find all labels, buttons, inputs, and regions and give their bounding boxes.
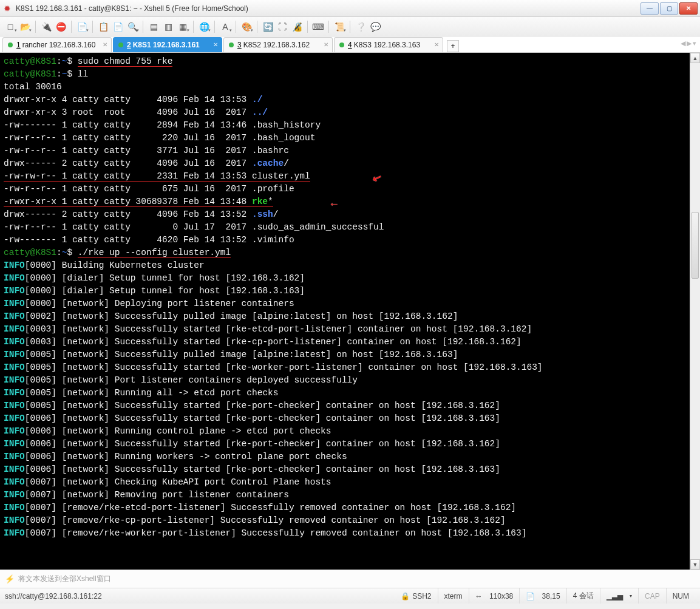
compose-bar: ⚡ 将文本发送到全部Xshell窗口: [0, 570, 700, 588]
status-dot-icon: [339, 43, 344, 47]
scroll-up-button[interactable]: ▲: [690, 53, 700, 63]
lock-button[interactable]: 🔏: [290, 20, 304, 33]
tab-number: 4: [348, 41, 352, 49]
compose-input[interactable]: 将文本发送到全部Xshell窗口: [18, 574, 111, 584]
window-title: K8S1 192.168.3.161 - catty@K8S1: ~ - Xsh…: [16, 4, 641, 13]
tab-close-button[interactable]: ✕: [434, 41, 439, 48]
disconnect-button[interactable]: ⛔: [54, 20, 67, 33]
script-button[interactable]: 📜▾: [333, 20, 346, 33]
session-tab[interactable]: 1 rancher 192.168.3.160✕: [2, 37, 112, 52]
copy-button[interactable]: 📋: [97, 20, 110, 33]
tab-label: K8S1 192.168.3.161: [133, 41, 200, 49]
paste-button[interactable]: 📄: [111, 20, 124, 33]
maximize-button[interactable]: ▢: [660, 2, 678, 15]
properties-button[interactable]: 📄▾: [75, 20, 89, 33]
transfer-button[interactable]: 🔄: [261, 20, 274, 33]
tab-label: rancher 192.168.3.160: [22, 41, 96, 49]
signal-icon: ▁▃▅: [607, 592, 623, 600]
terminal-scrollbar[interactable]: ▲ ▼: [690, 53, 700, 570]
annotation-arrow-icon: ←: [328, 198, 339, 211]
close-button[interactable]: ✕: [679, 2, 698, 15]
session-tab[interactable]: 4 K8S3 192.168.3.163✕: [334, 37, 443, 52]
tab-number: 3: [237, 41, 242, 49]
status-cap: CAP: [645, 592, 660, 600]
new-session-button[interactable]: □▾: [4, 20, 17, 33]
new-tab-button[interactable]: +: [447, 40, 459, 52]
tab-number: 2: [127, 41, 131, 49]
tab-close-button[interactable]: ✕: [213, 41, 218, 48]
status-size: 110x38: [489, 592, 513, 600]
tab-menu-button[interactable]: ▾: [693, 39, 696, 47]
session-tab[interactable]: 3 K8S2 192.168.3.162✕: [223, 37, 333, 52]
tab-scroll-left-button[interactable]: ◀: [681, 39, 685, 47]
status-uri: ssh://catty@192.168.3.161:22: [5, 592, 102, 600]
status-sessions: 4 会话: [573, 591, 594, 601]
session-tab-bar: 1 rancher 192.168.3.160✕2 K8S1 192.168.3…: [0, 36, 700, 53]
scroll-track[interactable]: [690, 63, 700, 559]
session-tab[interactable]: 2 K8S1 192.168.3.161✕: [113, 37, 222, 52]
encoding-button[interactable]: 🌐▾: [197, 20, 211, 33]
status-dot-icon: [229, 43, 234, 47]
reconnect-button[interactable]: 🔌: [39, 20, 53, 33]
status-dot-icon: [118, 43, 123, 47]
keyboard-button[interactable]: ⌨: [311, 20, 325, 33]
lock-icon: 🔒: [401, 592, 410, 600]
cursor-icon: 📄: [526, 592, 535, 600]
status-bar: ssh://catty@192.168.3.161:22 🔒SSH2 xterm…: [0, 588, 700, 604]
broadcast-icon: ⚡: [5, 574, 15, 583]
status-dot-icon: [8, 43, 13, 47]
tab-label: K8S2 192.168.3.162: [243, 41, 310, 49]
tab-scroll-right-button[interactable]: ▶: [687, 39, 692, 47]
terminal-pane[interactable]: catty@K8S1:~$ sudo chmod 755 rkecatty@K8…: [0, 53, 700, 570]
scroll-down-button[interactable]: ▼: [690, 559, 700, 570]
tab-close-button[interactable]: ✕: [103, 41, 107, 48]
layout-vertical-button[interactable]: ▥: [161, 20, 175, 33]
status-term: xterm: [444, 592, 463, 600]
chevron-down-icon[interactable]: ▾: [630, 593, 632, 599]
app-icon: ✹: [2, 4, 12, 13]
color-scheme-button[interactable]: 🎨▾: [240, 20, 253, 33]
status-num: NUM: [673, 592, 689, 600]
tab-number: 1: [16, 41, 21, 49]
scroll-thumb[interactable]: [692, 212, 699, 279]
fullscreen-button[interactable]: ⛶: [276, 20, 289, 33]
window-titlebar: ✹ K8S1 192.168.3.161 - catty@K8S1: ~ - X…: [0, 0, 700, 17]
main-toolbar: □▾ 📂▾ 🔌 ⛔ 📄▾ 📋 📄 🔍▾ ▤ ▥ ▦▾ 🌐▾ A▾ 🎨▾ 🔄 ⛶ …: [0, 17, 700, 36]
find-button[interactable]: 🔍▾: [126, 20, 139, 33]
status-cursor: 38,15: [542, 592, 560, 600]
layout-horizontal-button[interactable]: ▤: [147, 20, 160, 33]
status-protocol: SSH2: [412, 592, 431, 600]
minimize-button[interactable]: —: [641, 2, 659, 15]
about-button[interactable]: 💬: [369, 20, 382, 33]
open-button[interactable]: 📂▾: [18, 20, 32, 33]
help-button[interactable]: ❔: [354, 20, 367, 33]
tab-label: K8S3 192.168.3.163: [354, 41, 420, 49]
tab-close-button[interactable]: ✕: [324, 41, 328, 48]
resize-icon: ↔: [475, 592, 483, 600]
font-button[interactable]: A▾: [219, 20, 232, 33]
layout-grid-button[interactable]: ▦▾: [176, 20, 189, 33]
